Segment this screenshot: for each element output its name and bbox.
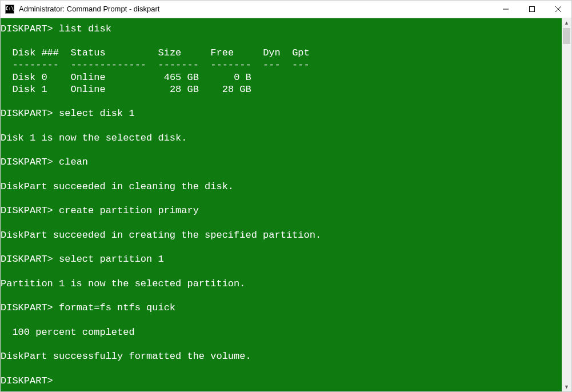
prompt: DISKPART> [1,157,53,167]
prompt: DISKPART> [1,254,53,265]
scroll-up-arrow-icon[interactable]: ▲ [562,18,571,28]
window-controls [493,1,571,18]
row1-free: 28 GB [222,84,251,95]
window-title: Administrator: Command Prompt - diskpart [19,5,493,13]
terminal-wrap: DISKPART> list disk Disk ### Status Size… [1,18,571,392]
cmd-select-disk: select disk 1 [59,108,135,119]
row1-status: Online [70,84,105,95]
cmd-clean: clean [59,157,88,167]
scroll-thumb[interactable] [563,28,570,44]
row0-free: 0 B [234,72,251,83]
msg-progress: 100 percent completed [1,327,135,338]
row0-size: 465 GB [164,72,199,83]
cmd-format: format=fs ntfs quick [59,302,175,313]
scroll-track[interactable] [562,28,571,382]
close-button[interactable] [545,1,571,18]
msg-partition-created: DiskPart succeeded in creating the speci… [1,230,321,241]
cmd-icon: C:\ [5,5,14,14]
msg-partition-selected: Partition 1 is now the selected partitio… [1,278,245,289]
cmd-list-disk: list disk [59,23,111,34]
th-free: Free [210,47,234,58]
cmd-create-partition: create partition primary [59,205,199,216]
scroll-down-arrow-icon[interactable]: ▼ [562,382,571,391]
minimize-button[interactable] [493,1,519,18]
row1-size: 28 GB [170,84,199,95]
command-prompt-window: C:\ Administrator: Command Prompt - disk… [0,0,572,392]
row0-status: Online [70,72,105,83]
th-dyn: Dyn [263,47,281,58]
th-status: Status [70,47,105,58]
cmd-select-partition: select partition 1 [59,254,164,265]
prompt: DISKPART> [1,205,53,216]
prompt: DISKPART> [1,23,53,34]
msg-disk-selected: Disk 1 is now the selected disk. [1,133,187,143]
msg-clean: DiskPart succeeded in cleaning the disk. [1,181,234,192]
th-disk: Disk ### [12,47,59,58]
row1-disk: Disk 1 [12,84,47,95]
row0-disk: Disk 0 [12,72,47,83]
prompt-cursor[interactable]: DISKPART> [1,375,53,386]
svg-rect-1 [530,6,535,11]
maximize-button[interactable] [519,1,545,18]
terminal-output[interactable]: DISKPART> list disk Disk ### Status Size… [1,18,562,392]
th-gpt: Gpt [292,47,310,58]
vertical-scrollbar[interactable]: ▲ ▼ [562,18,571,392]
titlebar[interactable]: C:\ Administrator: Command Prompt - disk… [1,1,571,18]
msg-format-success: DiskPart successfully formatted the volu… [1,351,251,362]
prompt: DISKPART> [1,108,53,119]
th-size: Size [158,47,181,58]
prompt: DISKPART> [1,302,53,313]
